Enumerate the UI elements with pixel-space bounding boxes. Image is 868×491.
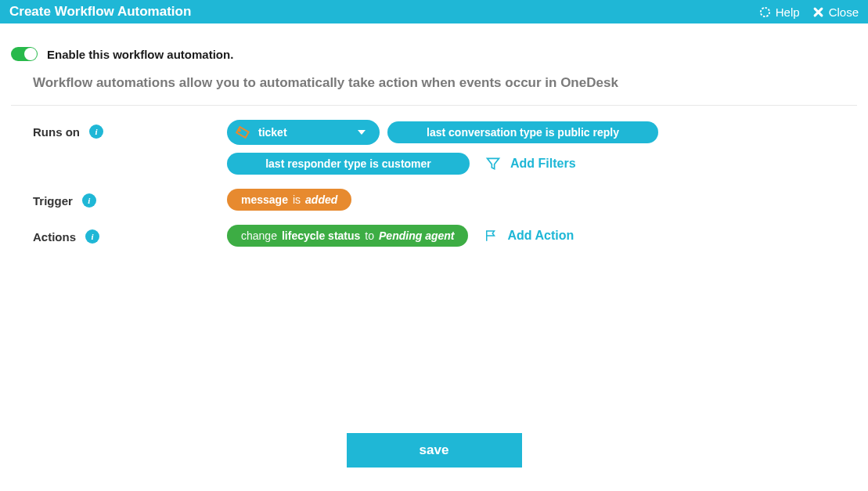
close-icon (812, 6, 824, 18)
filter-pill-2[interactable]: last responder type is customer (227, 153, 470, 175)
action-verb: change (241, 229, 277, 242)
runs-on-section: Runs on i ticket last conversation type … (11, 120, 857, 175)
add-filters-button[interactable]: Add Filters (485, 156, 576, 171)
modal-header: Create Workflow Automation Help Close (0, 0, 868, 23)
actions-section: Actions i change lifecycle status to Pen… (11, 225, 857, 247)
filter-1-text: last conversation type is public reply (427, 126, 619, 139)
add-action-button[interactable]: Add Action (484, 229, 574, 243)
filter-pill-1[interactable]: last conversation type is public reply (387, 121, 658, 143)
trigger-field: message (241, 193, 288, 206)
modal-body: Enable this workflow automation. Workflo… (0, 23, 868, 247)
help-icon (759, 6, 771, 18)
description-text: Workflow automations allow you to automa… (11, 75, 857, 91)
flag-icon (484, 229, 498, 243)
modal-title: Create Workflow Automation (9, 4, 191, 20)
action-value: Pending agent (379, 229, 454, 242)
trigger-label-wrap: Trigger i (33, 189, 227, 208)
add-filters-label: Add Filters (510, 157, 576, 171)
close-button[interactable]: Close (812, 5, 859, 19)
close-label: Close (829, 5, 859, 19)
action-pill[interactable]: change lifecycle status to Pending agent (227, 225, 468, 247)
info-icon[interactable]: i (89, 125, 103, 139)
trigger-body: message is added (227, 189, 857, 211)
runs-on-body: ticket last conversation type is public … (227, 120, 857, 175)
runs-on-label-wrap: Runs on i (33, 120, 227, 139)
header-actions: Help Close (759, 5, 859, 19)
divider (11, 105, 857, 106)
runs-on-label: Runs on (33, 125, 80, 139)
save-button[interactable]: save (347, 433, 522, 468)
trigger-value: added (305, 193, 337, 206)
info-icon[interactable]: i (82, 193, 96, 208)
ticket-icon (233, 123, 252, 142)
actions-label-wrap: Actions i (33, 225, 227, 244)
filter-2-text: last responder type is customer (265, 157, 431, 170)
enable-label: Enable this workflow automation. (47, 48, 233, 61)
add-action-label: Add Action (507, 229, 574, 243)
type-value: ticket (258, 126, 287, 139)
trigger-section: Trigger i message is added (11, 189, 857, 211)
enable-row: Enable this workflow automation. (11, 47, 857, 61)
trigger-label: Trigger (33, 194, 73, 208)
actions-body: change lifecycle status to Pending agent… (227, 225, 857, 247)
filter-icon (485, 156, 501, 171)
footer: save (0, 433, 868, 468)
help-label: Help (776, 5, 800, 19)
chevron-down-icon (358, 130, 366, 135)
info-icon[interactable]: i (85, 229, 99, 244)
action-field: lifecycle status (282, 229, 360, 242)
actions-label: Actions (33, 230, 76, 244)
svg-point-0 (239, 130, 240, 132)
type-dropdown[interactable]: ticket (227, 120, 380, 145)
trigger-pill[interactable]: message is added (227, 189, 351, 211)
trigger-op: is (293, 193, 301, 206)
action-op: to (365, 229, 374, 242)
enable-toggle[interactable] (11, 47, 38, 61)
help-button[interactable]: Help (759, 5, 800, 19)
